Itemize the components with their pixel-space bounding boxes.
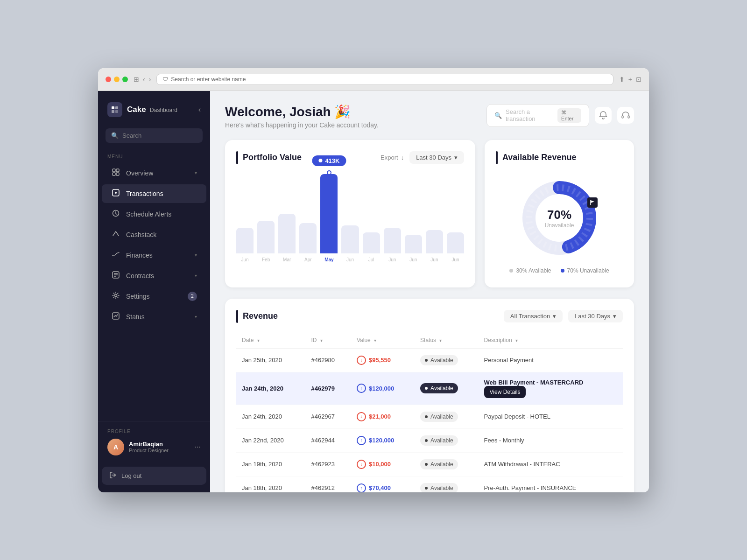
new-tab-icon[interactable]: +	[628, 76, 632, 83]
table-row[interactable]: Jan 24th, 2020 #462979 ↑ $120,000 Availa…	[236, 372, 623, 405]
value-direction-icon: ↑	[357, 483, 366, 492]
bar-label-4: May	[324, 257, 333, 262]
finances-icon	[111, 251, 120, 260]
bar-8	[405, 235, 422, 253]
contracts-icon	[111, 271, 120, 280]
cell-id: #462980	[305, 348, 351, 372]
search-icon: 🔍	[494, 112, 502, 119]
status-dot	[425, 487, 428, 490]
legend-dot-available	[509, 269, 513, 273]
cell-id: #462912	[305, 476, 351, 492]
bar-label-10: Jun	[451, 257, 459, 262]
value-sort-icon: ▾	[374, 338, 376, 343]
desc-sort-icon: ▾	[515, 338, 518, 343]
sidebar-item-finances[interactable]: Finances ▾	[102, 246, 206, 265]
sidebar-item-schedule-alerts[interactable]: Schedule Alerts	[102, 205, 206, 224]
sidebar-item-status[interactable]: Status ▾	[102, 308, 206, 326]
profile-menu-icon[interactable]: ···	[195, 443, 201, 451]
table-row[interactable]: Jan 25th, 2020 #462980 ↓ $95,550 Availab…	[236, 348, 623, 372]
sidebar-toggle-icon[interactable]: ⊞	[134, 76, 139, 83]
minimize-dot[interactable]	[114, 77, 120, 82]
donut-legend: 30% Available 70% Unavailable	[509, 267, 609, 274]
last-30-days-filter-button[interactable]: Last 30 Days ▾	[568, 310, 623, 322]
transaction-search-bar[interactable]: 🔍 Search a transaction ⌘ Enter	[486, 104, 589, 127]
avatar: A	[107, 439, 124, 455]
profile-info: A AmirBaqian Product Designer ···	[107, 439, 201, 455]
svg-rect-5	[116, 169, 119, 172]
sidebar-item-transactions[interactable]: Transactions	[102, 184, 206, 203]
close-dot[interactable]	[106, 77, 111, 82]
revenue-table-accent	[236, 310, 238, 323]
bar-group-7: Jun	[384, 228, 401, 262]
headset-button[interactable]	[617, 107, 634, 124]
chart-bars: Jun Feb Mar	[236, 174, 464, 262]
status-badge: Available	[420, 435, 458, 446]
bar-label-8: Jun	[409, 257, 417, 262]
legend-unavailable-label: 70% Unavailable	[567, 267, 609, 274]
cell-status: Available	[415, 476, 478, 492]
table-row[interactable]: Jan 22nd, 2020 #462944 ↑ $120,000 Availa…	[236, 428, 623, 452]
all-transaction-filter-button[interactable]: All Transaction ▾	[504, 310, 563, 322]
portfolio-title: Portfolio Value	[243, 153, 302, 162]
logo-cake: Cake	[127, 105, 146, 114]
last-30-days-chevron-icon: ▾	[613, 313, 616, 320]
col-header-status[interactable]: Status ▾	[415, 332, 478, 349]
browser-window: ⊞ ‹ › 🛡 Search or enter website name ⬆ +…	[98, 68, 649, 492]
sidebar-profile: PROFILE A AmirBaqian Product Designer ··…	[98, 421, 210, 463]
col-header-value[interactable]: Value ▾	[351, 332, 415, 349]
status-arrow-icon: ▾	[195, 314, 197, 319]
cell-status: Available	[415, 452, 478, 476]
revenue-table-header: Revenue All Transaction ▾ Last 30 Days ▾	[236, 310, 623, 323]
bar-group-3: Apr	[299, 223, 317, 262]
col-header-description[interactable]: Description ▾	[479, 332, 623, 349]
sidebar-item-contracts[interactable]: Contracts ▾	[102, 266, 206, 285]
col-header-id[interactable]: ID ▾	[305, 332, 351, 349]
sidebar-header: Cake Dashboard ‹	[98, 91, 210, 125]
status-badge: Available	[420, 383, 458, 393]
sidebar-item-overview[interactable]: Overview ▾	[102, 164, 206, 182]
contracts-arrow-icon: ▾	[195, 273, 197, 278]
browser-url-bar[interactable]: 🛡 Search or enter website name	[156, 74, 613, 85]
chart-point	[327, 170, 331, 175]
cell-value: ↑ $120,000	[351, 428, 415, 452]
profile-name: AmirBaqian	[129, 441, 190, 448]
share-icon[interactable]: ⬆	[619, 76, 625, 83]
value-direction-icon: ↑	[357, 384, 366, 393]
maximize-dot[interactable]	[122, 77, 128, 82]
view-details-tooltip[interactable]: View Details	[484, 386, 526, 398]
logout-button[interactable]: Log out	[102, 467, 206, 485]
collapse-sidebar-button[interactable]: ‹	[198, 105, 201, 114]
forward-icon[interactable]: ›	[149, 76, 151, 83]
value-direction-icon: ↑	[357, 436, 366, 445]
col-header-date[interactable]: Date ▾	[236, 332, 305, 349]
bar-3	[299, 223, 317, 253]
settings-icon	[111, 292, 120, 301]
page-title: Welcome, Josiah 🎉	[225, 104, 379, 119]
page-subtitle: Here's what's happening in your Cake acc…	[225, 121, 379, 129]
cell-value: ↓ $10,000	[351, 452, 415, 476]
contracts-label: Contracts	[126, 272, 189, 280]
cell-value: ↑ $120,000	[351, 372, 415, 405]
table-row[interactable]: Jan 24th, 2020 #462967 ↓ $21,000 Availab…	[236, 405, 623, 428]
cell-id: #462967	[305, 405, 351, 428]
page-header: Welcome, Josiah 🎉 Here's what's happenin…	[225, 104, 634, 129]
main-content: Welcome, Josiah 🎉 Here's what's happenin…	[210, 91, 649, 492]
sidebar-item-settings[interactable]: Settings 2	[102, 287, 206, 306]
back-icon[interactable]: ‹	[143, 76, 145, 83]
table-row[interactable]: Jan 18th, 2020 #462912 ↑ $70,400 Availab…	[236, 476, 623, 492]
status-sort-icon: ▾	[439, 338, 442, 343]
sidebar-search[interactable]: 🔍 Search	[106, 128, 203, 143]
sidebar-item-cashstack[interactable]: Cashstack	[102, 225, 206, 244]
table-row[interactable]: Jan 19th, 2020 #462923 ↓ $10,000 Availab…	[236, 452, 623, 476]
portfolio-filter-button[interactable]: Last 30 Days ▾	[409, 151, 464, 164]
bar-label-2: Mar	[283, 257, 291, 262]
bar-group-4: 413K May	[320, 174, 338, 262]
notifications-button[interactable]	[595, 107, 612, 124]
date-sort-icon: ▾	[257, 338, 260, 343]
export-button[interactable]: Export ↓	[381, 154, 404, 161]
tabs-icon[interactable]: ⊡	[636, 76, 641, 83]
revenue-card-header: Available Revenue	[496, 151, 623, 164]
legend-unavailable: 70% Unavailable	[561, 267, 609, 274]
status-dot	[425, 439, 428, 442]
cell-id: #462944	[305, 428, 351, 452]
